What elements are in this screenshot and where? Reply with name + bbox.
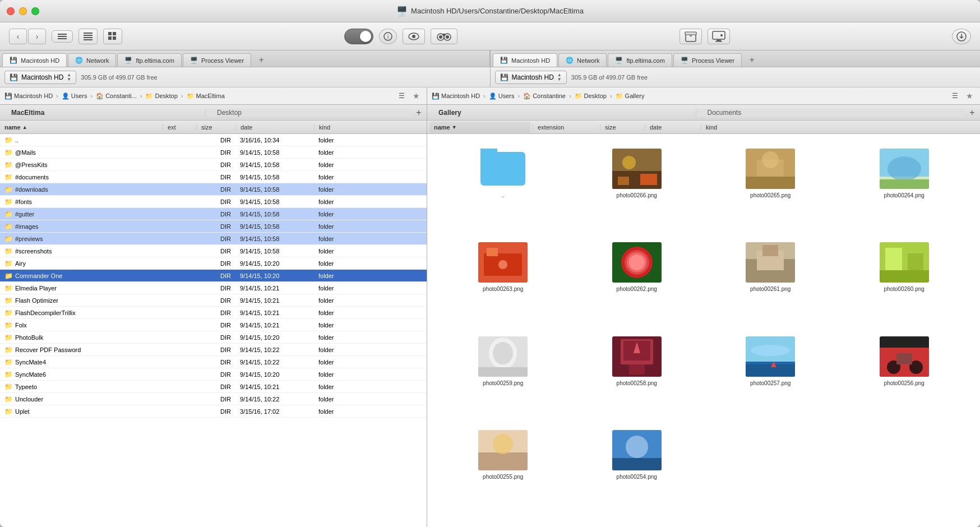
close-button[interactable] bbox=[7, 7, 15, 15]
gallery-item-photo256[interactable]: photo00256.png bbox=[838, 331, 972, 424]
left-tab-macintosh[interactable]: 💾 Macintosh HD bbox=[2, 53, 67, 67]
toggle-button[interactable] bbox=[344, 29, 373, 44]
desktop-tab-label[interactable]: Desktop bbox=[206, 109, 253, 117]
grid-view-button[interactable] bbox=[103, 29, 122, 44]
column-headers: name ▲ ext size date kind name ▼ extensi… bbox=[0, 121, 980, 134]
minimize-button[interactable] bbox=[19, 7, 27, 15]
title-icon: 🖥️ bbox=[396, 6, 408, 16]
path-item-maceltima[interactable]: 📁 MacEltima bbox=[187, 93, 225, 100]
right-path-item-desktop[interactable]: 📁 Desktop bbox=[575, 93, 607, 100]
file-row[interactable]: 📁Folx DIR 9/14/15, 10:21 folder bbox=[0, 319, 427, 331]
gallery-grid: .. photo00266.png bbox=[427, 134, 980, 527]
gallery-item-dotdot[interactable]: .. bbox=[436, 143, 570, 237]
svg-rect-67 bbox=[746, 364, 795, 377]
svg-point-23 bbox=[720, 34, 723, 36]
right-path-fav-button[interactable]: ★ bbox=[963, 90, 976, 101]
gallery-item-photo261[interactable]: photo00261.png bbox=[704, 237, 838, 330]
svg-rect-14 bbox=[442, 34, 446, 36]
file-row[interactable]: 📁#fonts DIR 9/14/15, 10:58 folder bbox=[0, 196, 427, 208]
path-list-button[interactable]: ☰ bbox=[395, 90, 408, 101]
gallery-item-photo265[interactable]: photo00265.png bbox=[704, 143, 838, 237]
archive-button[interactable] bbox=[679, 29, 702, 44]
col-name-header[interactable]: name ▲ bbox=[0, 124, 163, 131]
info-button[interactable]: i bbox=[379, 29, 397, 44]
file-row[interactable]: 📁#gutter DIR 9/14/15, 10:58 folder bbox=[0, 208, 427, 220]
back-button[interactable]: ‹ bbox=[9, 29, 27, 44]
right-path-item-constantine[interactable]: 🏠 Constantine bbox=[523, 93, 566, 100]
file-row[interactable]: 📁@Mails DIR 9/14/15, 10:58 folder bbox=[0, 146, 427, 159]
col-ext-gallery: extension bbox=[533, 124, 600, 131]
gallery-item-photo-extra1[interactable]: photo00255.png bbox=[436, 424, 570, 518]
right-tabs: 💾 Macintosh HD 🌐 Network 🖥️ ftp.eltima.c… bbox=[490, 50, 980, 67]
binoculars-button[interactable] bbox=[431, 29, 457, 44]
list-view-button[interactable] bbox=[78, 29, 98, 44]
left-tab-add[interactable]: + bbox=[255, 53, 268, 67]
monitor-button[interactable] bbox=[708, 29, 730, 44]
file-row[interactable]: 📁#downloads DIR 9/14/15, 10:58 folder bbox=[0, 183, 427, 196]
right-drive-select[interactable]: 💾 Macintosh HD ▲ ▼ bbox=[495, 71, 567, 84]
right-path-list-button[interactable]: ☰ bbox=[949, 90, 961, 101]
left-tab-network[interactable]: 🌐 Network bbox=[68, 53, 116, 67]
file-row[interactable]: 📁#documents DIR 9/14/15, 10:58 folder bbox=[0, 171, 427, 183]
gallery-tab-label[interactable]: Gallery bbox=[427, 109, 473, 117]
gallery-item-photo258[interactable]: photo00258.png bbox=[570, 331, 704, 424]
menu-button[interactable] bbox=[52, 30, 73, 43]
file-row[interactable]: 📁Uplet DIR 3/15/16, 17:02 folder bbox=[0, 405, 427, 418]
right-tab-ftp[interactable]: 🖥️ ftp.eltima.com bbox=[608, 53, 672, 67]
eye-button[interactable] bbox=[403, 29, 425, 44]
forward-button[interactable]: › bbox=[28, 29, 46, 44]
file-row[interactable]: 📁SyncMate6 DIR 9/14/15, 10:20 folder bbox=[0, 368, 427, 381]
file-row[interactable]: 📁Unclouder DIR 9/14/15, 10:22 folder bbox=[0, 393, 427, 405]
right-path-item-users[interactable]: 👤 Users bbox=[489, 93, 515, 100]
gallery-item-photo263[interactable]: photo00263.png bbox=[436, 237, 570, 330]
left-tab-process[interactable]: 🖥️ Process Viewer bbox=[183, 53, 251, 67]
path-icon: 📁 bbox=[187, 93, 195, 100]
maceltima-tab[interactable]: MacEltima bbox=[0, 109, 56, 117]
file-row[interactable]: 📁.. DIR 3/16/16, 10:34 folder bbox=[0, 134, 427, 146]
file-row[interactable]: 📁PhotoBulk DIR 9/14/15, 10:20 folder bbox=[0, 331, 427, 344]
commander-one-row[interactable]: 📁Commander One DIR 9/14/15, 10:20 folder bbox=[0, 270, 427, 282]
file-row[interactable]: 📁#screenshots DIR 9/14/15, 10:58 folder bbox=[0, 245, 427, 257]
left-tab-ftp[interactable]: 🖥️ ftp.eltima.com bbox=[117, 53, 181, 67]
file-row[interactable]: 📁@PressKits DIR 9/14/15, 10:58 folder bbox=[0, 159, 427, 171]
file-row[interactable]: 📁Flash Optimizer DIR 9/14/15, 10:21 fold… bbox=[0, 294, 427, 307]
svg-point-34 bbox=[762, 151, 779, 168]
file-row[interactable]: 📁Recover PDF Password DIR 9/14/15, 10:22… bbox=[0, 344, 427, 356]
right-tab-macintosh[interactable]: 💾 Macintosh HD bbox=[493, 53, 557, 67]
path-item-macintosh[interactable]: 💾 Macintosh HD bbox=[4, 93, 53, 100]
documents-tab-label[interactable]: Documents bbox=[696, 109, 753, 117]
file-row[interactable]: 📁#images DIR 9/14/15, 10:58 folder bbox=[0, 220, 427, 233]
file-row[interactable]: 📁SyncMate4 DIR 9/14/15, 10:22 folder bbox=[0, 356, 427, 368]
file-row[interactable]: 📁Elmedia Player DIR 9/14/15, 10:21 folde… bbox=[0, 282, 427, 294]
gallery-item-photo257[interactable]: photo00257.png bbox=[704, 331, 838, 424]
path-item-desktop[interactable]: 📁 Desktop bbox=[145, 93, 177, 100]
gallery-item-photo264[interactable]: photo00264.png bbox=[838, 143, 972, 237]
right-tab-network[interactable]: 🌐 Network bbox=[558, 53, 607, 67]
gallery-item-photo262[interactable]: photo00262.png bbox=[570, 237, 704, 330]
right-add-tab[interactable]: + bbox=[964, 105, 980, 121]
right-tab-process[interactable]: 🖥️ Process Viewer bbox=[673, 53, 742, 67]
col-name-gallery[interactable]: name ▼ bbox=[429, 122, 530, 133]
gallery-label: .. bbox=[501, 192, 505, 198]
gallery-item-photo266[interactable]: photo00266.png bbox=[570, 143, 704, 237]
file-row[interactable]: 📁FlashDecompilerTrillix DIR 9/14/15, 10:… bbox=[0, 307, 427, 319]
file-row[interactable]: 📁#previews DIR 9/14/15, 10:58 folder bbox=[0, 233, 427, 245]
download-button[interactable] bbox=[952, 29, 971, 44]
path-item-users[interactable]: 👤 Users bbox=[62, 93, 87, 100]
gallery-item-photo-extra2[interactable]: photo00254.png bbox=[570, 424, 704, 518]
left-add-tab[interactable]: + bbox=[411, 105, 427, 121]
photo-thumbnail bbox=[612, 336, 662, 377]
folder-icon bbox=[480, 152, 525, 186]
gallery-item-photo259[interactable]: photo00259.png bbox=[436, 331, 570, 424]
right-tab-add[interactable]: + bbox=[745, 53, 759, 67]
path-fav-button[interactable]: ★ bbox=[410, 90, 422, 101]
path-item-constantine[interactable]: 🏠 Constanti... bbox=[96, 93, 137, 100]
left-drive-select[interactable]: 💾 Macintosh HD ▲ ▼ bbox=[4, 71, 76, 84]
maximize-button[interactable] bbox=[31, 7, 39, 15]
gallery-item-photo260[interactable]: photo00260.png bbox=[838, 237, 972, 330]
right-path-item-gallery[interactable]: 📁 Gallery bbox=[616, 93, 645, 100]
right-path-item-macintosh[interactable]: 💾 Macintosh HD bbox=[432, 93, 480, 100]
file-row[interactable]: 📁Typeeto DIR 9/14/15, 10:21 folder bbox=[0, 381, 427, 393]
drive-icon: 💾 bbox=[10, 73, 18, 81]
file-row[interactable]: 📁Airy DIR 9/14/15, 10:20 folder bbox=[0, 257, 427, 270]
